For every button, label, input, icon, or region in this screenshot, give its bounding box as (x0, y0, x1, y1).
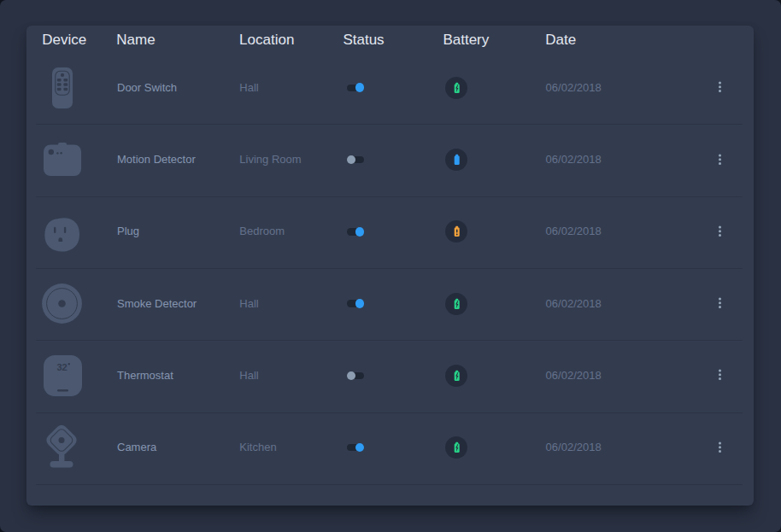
svg-text:32: 32 (56, 362, 67, 372)
